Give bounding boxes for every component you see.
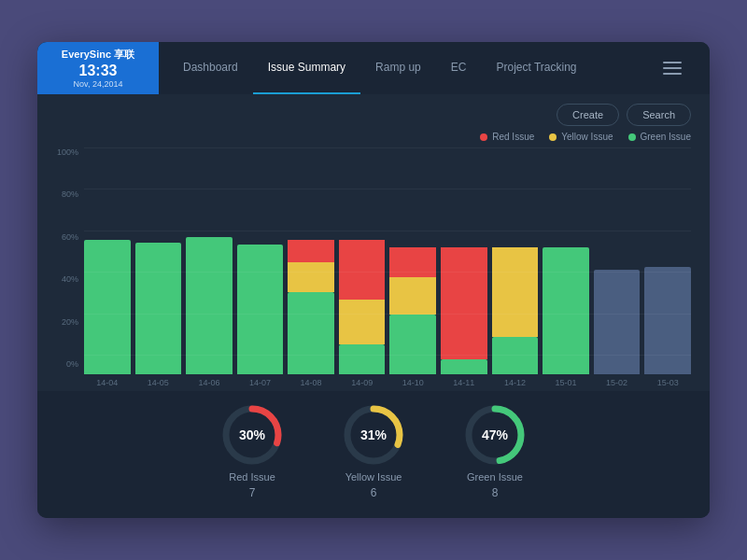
search-button[interactable]: Search [627,104,691,126]
toolbar: Create Search [37,94,710,132]
bar-segment-green [492,337,539,374]
logo-brand: EverySinc 享联 [62,48,134,62]
yellow-label: Yellow Issue [561,132,613,142]
tab-issue-summary[interactable]: Issue Summary [253,42,360,94]
bar-segment-red [339,240,386,300]
x-label: 14-08 [288,378,334,387]
stat-item: 47% Green Issue 8 [462,402,528,499]
bar-group [135,147,182,374]
stat-item: 30% Red Issue 7 [219,402,285,499]
x-label: 15-01 [543,378,589,387]
bar-group [594,147,641,374]
clock-date: Nov, 24,2014 [74,79,123,89]
bar-segment-green [288,292,334,374]
bar-group [186,147,233,374]
legend-yellow: Yellow Issue [549,132,613,142]
x-label: 15-03 [644,378,691,387]
bar-segment-green [135,243,182,374]
stat-count: 6 [371,486,377,499]
bar-segment-blue [594,270,641,374]
donut-percent: 30% [239,427,265,442]
stat-count: 7 [249,486,256,499]
green-dot [628,133,636,141]
bar-segment-blue [644,267,691,374]
stat-item: 31% Yellow Issue 6 [341,402,406,499]
bar-segment-green [237,245,284,374]
bar-segment-green [441,359,487,374]
tab-dashboard[interactable]: Dashboard [168,42,253,94]
bar-segment-green [339,344,386,374]
bar-group [543,147,589,374]
chart-legend: Red Issue Yellow Issue Green Issue [56,132,691,142]
bar-group [339,147,386,374]
nav-tabs: Dashboard Issue Summary Ramp up EC Proje… [159,42,710,94]
bar-segment-green [389,315,436,374]
x-label: 14-05 [135,378,182,387]
bar-group [441,147,487,374]
bar-group [644,147,691,374]
logo-text: EverySinc 享联 [62,48,134,62]
menu-button[interactable] [655,51,689,85]
bar-segment-green [84,240,131,374]
donut-percent: 31% [360,427,387,442]
bars-container [84,147,691,374]
x-label: 14-07 [237,378,284,387]
bar-segment-red [389,247,436,277]
y-axis: 0% 20% 40% 60% 80% 100% [56,147,84,387]
donut-chart: 47% [462,402,528,468]
donut-percent: 47% [482,427,508,442]
x-label: 14-10 [389,378,436,387]
bar-segment-red [288,240,334,262]
x-label: 15-02 [594,378,641,387]
bar-segment-red [441,247,487,359]
bar-segment-yellow [339,300,386,344]
stat-label: Yellow Issue [345,471,402,483]
x-labels: 14-0414-0514-0614-0714-0814-0914-1014-11… [84,374,691,387]
chart-wrapper: 0% 20% 40% 60% 80% 100% [56,147,691,387]
header: EverySinc 享联 13:33 Nov, 24,2014 Dashboar… [37,42,710,94]
stat-label: Green Issue [467,471,523,483]
red-dot [480,133,487,141]
x-label: 14-06 [186,378,233,387]
x-label: 14-04 [84,378,131,387]
logo-area: EverySinc 享联 13:33 Nov, 24,2014 [37,42,159,94]
legend-red: Red Issue [480,132,534,142]
donut-chart: 30% [219,402,285,468]
bar-segment-green [543,247,589,374]
stats-row: 30% Red Issue 7 31% Yellow Issue 6 47% G… [37,391,710,518]
stat-count: 8 [492,486,499,499]
chart-area: Red Issue Yellow Issue Green Issue 0% 20… [37,132,710,391]
bar-group [389,147,436,374]
chart-inner: 14-0414-0514-0614-0714-0814-0914-1014-11… [84,147,691,387]
bar-segment-yellow [492,247,539,337]
tab-project-tracking[interactable]: Project Tracking [481,42,591,94]
clock-time: 13:33 [79,62,118,79]
bar-group [84,147,131,374]
green-label: Green Issue [641,132,691,142]
x-label: 14-09 [339,378,386,387]
stat-label: Red Issue [229,471,275,483]
bar-segment-yellow [389,277,436,315]
create-button[interactable]: Create [557,104,619,126]
bar-group [288,147,334,374]
x-label: 14-12 [492,378,539,387]
donut-chart: 31% [341,402,406,468]
bar-segment-yellow [288,262,334,292]
red-label: Red Issue [492,132,534,142]
bar-group [492,147,539,374]
bar-segment-green [186,237,233,374]
tab-ec[interactable]: EC [436,42,482,94]
dashboard: EverySinc 享联 13:33 Nov, 24,2014 Dashboar… [37,42,710,518]
x-label: 14-11 [441,378,487,387]
tab-ramp-up[interactable]: Ramp up [360,42,436,94]
bar-group [237,147,284,374]
yellow-dot [549,133,557,141]
legend-green: Green Issue [628,132,691,142]
